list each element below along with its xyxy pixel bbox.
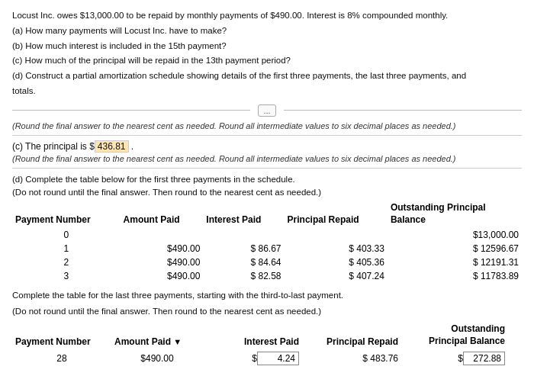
cell-outstanding-balance: $ 11783.89 (388, 269, 522, 283)
t2-col-amount: Amount Paid ▼ (111, 336, 203, 348)
col-header-payment: Payment Number (12, 201, 121, 227)
cell-outstanding-balance: $ 12596.67 (388, 242, 522, 255)
table-row: 1$490.00$ 86.67$ 403.33$ 12596.67 (12, 242, 522, 255)
divider-1 (12, 135, 522, 136)
cell-outstanding-balance: $13,000.00 (388, 228, 522, 242)
cell-interest-paid (203, 228, 284, 242)
problem-intro: Locust Inc. owes $13,000.00 to be repaid… (12, 9, 522, 23)
cell-outstanding-balance: $ 12191.31 (388, 255, 522, 269)
t2-col-interest: Interest Paid (203, 336, 302, 348)
col-header-amount: Amount Paid (121, 201, 204, 227)
part-d2-section: Complete the table for the last three pa… (12, 289, 522, 368)
cell-interest-paid: $ 82.58 (203, 269, 284, 283)
round-note-top: (Round the final answer to the nearest c… (12, 121, 522, 130)
dots-button[interactable]: ... (258, 104, 275, 117)
cell-amount-paid: $490.00 (121, 255, 204, 269)
amortization-table: Payment Number Amount Paid Interest Paid… (12, 201, 522, 282)
t2-col-balance: OutstandingPrincipal Balance (401, 323, 508, 348)
part-d-intro: (d) Complete the table below for the fir… (12, 173, 522, 200)
part-d-intro-2: (Do not round until the final answer. Th… (12, 186, 522, 199)
t2-interest-input[interactable]: $4.24 (203, 351, 302, 366)
cell-interest-paid: $ 86.67 (203, 242, 284, 255)
col-header-interest: Interest Paid (203, 201, 284, 227)
cell-interest-paid: $ 84.64 (203, 255, 284, 269)
cell-principal-repaid: $ 403.33 (285, 242, 388, 255)
cell-payment-number: 1 (12, 242, 121, 255)
t2-col-payment: Payment Number (12, 336, 111, 348)
part-c-section: (c) The principal is $436.81 . (Round th… (12, 140, 522, 163)
table-row: 0$13,000.00 (12, 228, 522, 242)
cell-payment-number: 3 (12, 269, 121, 283)
part-c-period: . (129, 141, 134, 152)
t2-principal-repaid: $ 483.76 (302, 352, 401, 365)
cell-payment-number: 2 (12, 255, 121, 269)
t2-amount-490: $490.00 (111, 352, 203, 365)
balance-input-value[interactable]: 272.88 (463, 352, 505, 365)
divider-left (12, 110, 250, 111)
cursor-icon: ▼ (173, 337, 182, 346)
part-d-intro-1: (d) Complete the table below for the fir… (12, 173, 522, 186)
t2-balance-input[interactable]: $272.88 (401, 351, 508, 366)
part-c-text: (c) How much of the principal will be re… (12, 54, 522, 68)
table2-data-row: 28 $490.00 $4.24 $ 483.76 $272.88 (12, 349, 522, 368)
col-header-principal: Principal Repaid (285, 201, 388, 227)
part-c-value: 436.81 (95, 140, 129, 153)
table2-header-row: Payment Number Amount Paid ▼ Interest Pa… (12, 321, 522, 349)
cell-amount-paid (121, 228, 204, 242)
cell-principal-repaid (285, 228, 388, 242)
part-c-round-note: (Round the final answer to the nearest c… (12, 154, 522, 163)
part-d-text-1: (d) Construct a partial amortization sch… (12, 69, 522, 83)
problem-statement: Locust Inc. owes $13,000.00 to be repaid… (12, 9, 522, 98)
interest-input-value[interactable]: 4.24 (257, 352, 299, 365)
cell-principal-repaid: $ 407.24 (285, 269, 388, 283)
table-row: 2$490.00$ 84.64$ 405.36$ 12191.31 (12, 255, 522, 269)
divider-2 (12, 168, 522, 169)
part-d2-intro-1: Complete the table for the last three pa… (12, 289, 522, 302)
part-c-label: (c) The principal is $ (12, 141, 95, 152)
section-divider-dots: ... (12, 104, 522, 117)
t2-col-principal: Principal Repaid (302, 336, 401, 348)
cell-amount-paid: $490.00 (121, 242, 204, 255)
cell-payment-number: 0 (12, 228, 121, 242)
part-d-text-2: totals. (12, 85, 522, 98)
col-header-balance: Outstanding PrincipalBalance (388, 201, 522, 227)
table-row: 3$490.00$ 82.58$ 407.24$ 11783.89 (12, 269, 522, 283)
main-page: Locust Inc. owes $13,000.00 to be repaid… (0, 0, 534, 392)
part-b-text: (b) How much interest is included in the… (12, 40, 522, 53)
t2-payment-28: 28 (12, 352, 111, 365)
part-d2-intro-2: (Do not round until the final answer. Th… (12, 305, 522, 318)
part-c-answer: (c) The principal is $436.81 . (12, 140, 522, 153)
cell-principal-repaid: $ 405.36 (285, 255, 388, 269)
cell-amount-paid: $490.00 (121, 269, 204, 283)
part-a-text: (a) How many payments will Locust Inc. h… (12, 24, 522, 38)
divider-right (284, 110, 522, 111)
